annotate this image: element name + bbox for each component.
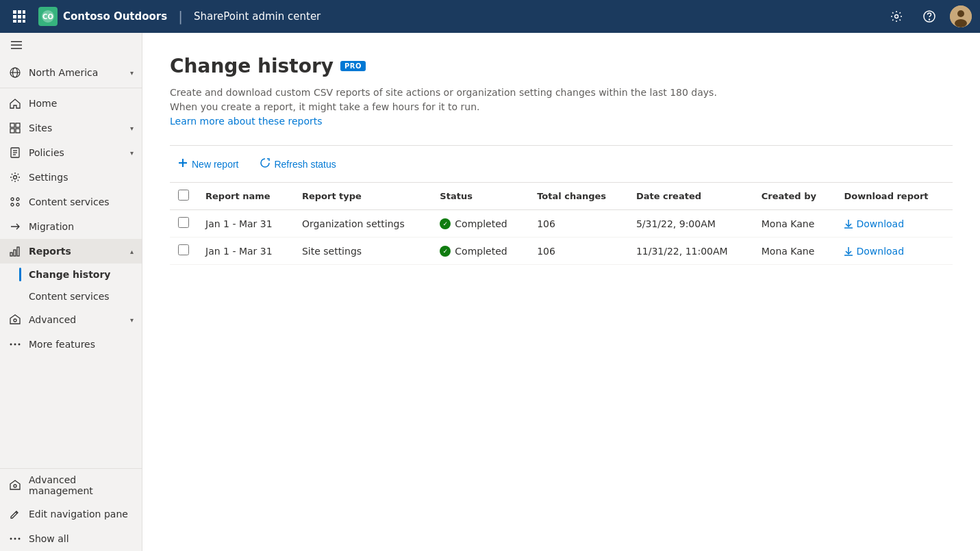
svg-rect-5: [23, 15, 25, 18]
new-report-button[interactable]: New report: [170, 154, 247, 174]
col-date-created: Date created: [628, 183, 753, 210]
svg-point-33: [16, 198, 19, 201]
sidebar-toggle[interactable]: [0, 33, 142, 60]
sidebar-item-sites[interactable]: Sites ▾: [0, 116, 142, 140]
row2-report-type: Site settings: [294, 238, 431, 265]
policies-label: Policies: [29, 147, 123, 158]
svg-rect-1: [18, 10, 21, 14]
svg-rect-26: [16, 129, 20, 133]
svg-point-31: [14, 176, 17, 179]
svg-rect-3: [13, 15, 16, 18]
svg-rect-18: [11, 44, 22, 46]
advanced-management-label: Advanced management: [29, 474, 134, 496]
settings-label: Settings: [29, 172, 134, 183]
sites-label: Sites: [29, 123, 123, 133]
region-chevron: ▾: [130, 69, 134, 77]
svg-point-46: [10, 538, 12, 540]
policies-icon: [8, 146, 22, 159]
svg-rect-38: [17, 247, 19, 256]
svg-point-47: [14, 538, 16, 540]
advanced-chevron: ▾: [130, 316, 134, 324]
learn-more-link[interactable]: Learn more about these reports: [170, 116, 323, 127]
edit-nav-icon: [8, 507, 22, 521]
row2-checkbox[interactable]: [178, 244, 189, 255]
content-services-icon: [8, 195, 22, 209]
refresh-button[interactable]: Refresh status: [252, 154, 344, 174]
row2-download-cell: Download: [835, 238, 953, 265]
row1-report-type: Organization settings: [294, 210, 431, 238]
sidebar-item-settings[interactable]: Settings: [0, 165, 142, 190]
table-header-row: Report name Report type Status Total cha…: [170, 183, 953, 210]
row2-status-badge: Completed: [440, 246, 520, 257]
svg-point-35: [16, 203, 19, 206]
home-label: Home: [29, 98, 134, 109]
col-download-report: Download report: [835, 183, 953, 210]
help-button[interactable]: [917, 4, 942, 29]
sidebar-item-content-services-sub[interactable]: Content services: [0, 285, 142, 307]
row1-checkbox-cell: [170, 210, 197, 238]
svg-point-42: [14, 344, 16, 346]
svg-rect-37: [14, 250, 16, 256]
row2-date-created: 11/31/22, 11:00AM: [628, 238, 753, 265]
content-services-sub-label: Content services: [29, 291, 110, 302]
sidebar-item-home[interactable]: Home: [0, 91, 142, 116]
svg-point-32: [11, 198, 14, 201]
waffle-icon[interactable]: [8, 5, 30, 27]
sidebar-item-edit-nav[interactable]: Edit navigation pane: [0, 502, 142, 526]
sidebar-item-show-all[interactable]: Show all: [0, 526, 142, 551]
svg-rect-0: [13, 10, 16, 14]
row1-created-by: Mona Kane: [753, 210, 836, 238]
select-all-checkbox[interactable]: [178, 190, 189, 201]
sidebar-item-migration[interactable]: Migration: [0, 214, 142, 239]
sidebar-item-more-features[interactable]: More features: [0, 332, 142, 357]
row2-total-changes: 106: [529, 238, 628, 265]
sidebar-item-content-services[interactable]: Content services: [0, 190, 142, 214]
row1-status-badge: Completed: [440, 218, 520, 229]
region-label: North America: [29, 67, 123, 78]
row2-download-link[interactable]: Download: [844, 246, 944, 257]
advanced-icon: [8, 313, 22, 326]
row1-total-changes: 106: [529, 210, 628, 238]
new-report-label: New report: [192, 159, 238, 170]
sidebar-item-policies[interactable]: Policies ▾: [0, 140, 142, 165]
page-title-row: Change history PRO: [170, 55, 953, 77]
show-all-label: Show all: [29, 533, 134, 544]
sidebar-item-reports[interactable]: Reports ▴: [0, 239, 142, 264]
col-report-name: Report name: [197, 183, 294, 210]
pro-badge: PRO: [340, 61, 366, 71]
content-services-label: Content services: [29, 196, 134, 207]
col-report-type: Report type: [294, 183, 431, 210]
policies-chevron: ▾: [130, 149, 134, 157]
svg-point-40: [14, 319, 16, 322]
edit-nav-label: Edit navigation pane: [29, 509, 134, 520]
svg-point-41: [10, 344, 12, 346]
show-all-icon: [8, 532, 22, 546]
refresh-icon: [260, 158, 270, 170]
row2-download-label: Download: [856, 246, 904, 257]
sidebar-item-advanced-management[interactable]: Advanced management: [0, 469, 142, 502]
row1-download-link[interactable]: Download: [844, 218, 944, 229]
sidebar-bottom: Advanced management Edit navigation pane: [0, 468, 142, 551]
app-logo[interactable]: CO Contoso Outdoors: [38, 7, 167, 26]
row1-download-label: Download: [856, 218, 904, 229]
sidebar-item-advanced[interactable]: Advanced ▾: [0, 307, 142, 332]
settings-button[interactable]: [884, 4, 909, 29]
advanced-label: Advanced: [29, 314, 123, 325]
new-report-icon: [178, 158, 188, 170]
more-features-label: More features: [29, 339, 134, 350]
sidebar-item-change-history[interactable]: Change history: [0, 264, 142, 285]
migration-icon: [8, 220, 22, 233]
svg-rect-36: [10, 253, 12, 256]
app-name: SharePoint admin center: [194, 10, 321, 23]
region-selector[interactable]: North America ▾: [0, 60, 142, 85]
user-avatar[interactable]: [950, 5, 972, 27]
row1-checkbox[interactable]: [178, 217, 189, 228]
sites-chevron: ▾: [130, 125, 134, 132]
advanced-management-icon: [8, 478, 22, 492]
col-status: Status: [431, 183, 529, 210]
sidebar: North America ▾ Home Sites ▾: [0, 33, 142, 551]
topbar-separator: |: [178, 8, 183, 25]
home-icon: [8, 97, 22, 110]
reports-chevron: ▴: [130, 248, 134, 255]
col-total-changes: Total changes: [529, 183, 628, 210]
